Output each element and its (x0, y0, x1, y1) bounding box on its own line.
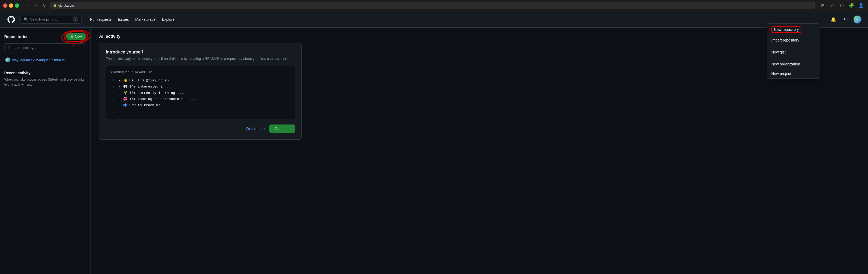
browser-right-icons: ⊞ ☆ ⬡ 🧩 👤 (819, 2, 865, 9)
code-line-1: 1 - 👋 Hi, I'm @xiayunquan (110, 77, 290, 83)
nav-explore[interactable]: Explore (160, 16, 177, 23)
search-icon: 🔍 (24, 17, 28, 21)
code-line-5: 5 - 📫 How to reach me ... (110, 102, 290, 108)
create-menu-button[interactable]: + ▾ (841, 15, 850, 24)
address-bar[interactable]: 🔒 github.com (50, 2, 815, 9)
continue-button[interactable]: Continue (269, 125, 295, 133)
recent-activity-text: When you take actions across GitHub, we'… (4, 77, 86, 87)
dropdown-new-organization[interactable]: New organization (767, 59, 820, 69)
search-shortcut: / (73, 16, 78, 22)
code-line-6: 6 (110, 108, 290, 115)
search-bar[interactable]: 🔍 Search or jump to... / (20, 15, 82, 24)
new-gist-label: New gist (771, 50, 786, 54)
import-repository-label: Import repository (771, 38, 799, 42)
maximize-btn[interactable]: + (15, 3, 19, 8)
dropdown-new-gist[interactable]: New gist (767, 47, 820, 57)
lock-icon: 🔒 (53, 4, 57, 7)
repo-icon: ⊞ (70, 35, 73, 39)
repositories-label: Repositories (4, 34, 29, 39)
new-repository-label: New repository (771, 26, 801, 33)
code-line-2: 2 - 👀 I'm interested in ... (110, 83, 290, 90)
repo-avatar: x (5, 58, 10, 62)
activity-header: All activity (99, 34, 860, 39)
recent-activity-title: Recent activity (4, 71, 86, 75)
browser-chrome: × − + ← → ↻ 🔒 github.com ⊞ ☆ ⬡ 🧩 👤 (0, 0, 868, 11)
main-content: All activity Introduce yourself The easi… (91, 28, 868, 274)
notifications-button[interactable]: 🔔 (829, 15, 838, 24)
window-controls: × − + (3, 3, 19, 8)
dropdown-import-repository[interactable]: Import repository (767, 35, 820, 45)
nav-issues[interactable]: Issues (116, 16, 131, 23)
new-button-label: New (75, 35, 82, 39)
browser-nav: ← → ↻ (24, 2, 48, 9)
plus-icon: + (843, 16, 846, 22)
github-logo[interactable] (6, 14, 16, 24)
line-num-3: 3 (110, 90, 115, 96)
repo-item[interactable]: x xiayunquan / xiayunquan.github.io (4, 55, 86, 64)
line-content-1: - 👋 Hi, I'm @xiayunquan (119, 77, 169, 83)
dropdown-new-project[interactable]: New project (767, 69, 820, 78)
line-num-5: 5 (110, 102, 115, 108)
extensions-icon[interactable]: ⬡ (838, 2, 846, 9)
main-layout: Repositories ⊞ New x xiayunquan / xiayun… (0, 28, 868, 274)
back-button[interactable]: ← (24, 2, 31, 9)
repo-full-name: xiayunquan / xiayunquan.github.io (12, 58, 65, 62)
nav-pull-requests[interactable]: Pull requests (88, 16, 114, 23)
line-num-2: 2 (110, 83, 115, 90)
close-btn[interactable]: × (3, 3, 7, 8)
code-line-3: 3 - 🌱 I'm currently learning ... (110, 90, 290, 96)
line-content-5: - 📫 How to reach me ... (119, 102, 169, 108)
new-button-wrapper: ⊞ New (66, 33, 86, 40)
main-nav: Pull requests Issues Marketplace Explore (88, 16, 177, 23)
line-num-6: 6 (110, 108, 115, 115)
sidebar: Repositories ⊞ New x xiayunquan / xiayun… (0, 28, 91, 274)
card-actions: Dismiss this Continue (106, 125, 295, 133)
code-editor: xiayunquan / README.md 1 - 👋 Hi, I'm @xi… (106, 66, 295, 119)
line-num-4: 4 (110, 96, 115, 102)
new-repository-button[interactable]: ⊞ New (66, 33, 86, 40)
line-content-3: - 🌱 I'm currently learning ... (119, 90, 183, 96)
search-placeholder: Search or jump to... (30, 17, 60, 21)
line-content-4: - 💞️ I'm looking to collaborate on ... (119, 96, 198, 102)
header-right: 🔔 + ▾ x (829, 15, 862, 24)
find-repository-input[interactable] (4, 43, 86, 52)
dismiss-button[interactable]: Dismiss this (246, 127, 266, 131)
reload-button[interactable]: ↻ (40, 2, 48, 9)
dropdown-divider (767, 46, 820, 46)
nav-marketplace[interactable]: Marketplace (133, 16, 157, 23)
user-avatar[interactable]: x (853, 15, 862, 24)
introduce-desc: The easiest way to introduce yourself on… (106, 56, 295, 62)
github-header: 🔍 Search or jump to... / Pull requests I… (0, 11, 868, 28)
introduce-title: Introduce yourself (106, 50, 295, 55)
dropdown-divider-2 (767, 58, 820, 58)
line-content-2: - 👀 I'm interested in ... (119, 83, 173, 90)
puzzle-icon[interactable]: 🧩 (848, 2, 855, 9)
repositories-section-title: Repositories ⊞ New (4, 33, 86, 40)
forward-button[interactable]: → (32, 2, 39, 9)
new-project-label: New project (771, 72, 791, 76)
bookmark-icon[interactable]: ☆ (829, 2, 836, 9)
new-organization-label: New organization (771, 62, 800, 66)
create-dropdown-menu: New repository Import repository New gis… (767, 24, 820, 79)
dropdown-new-repository[interactable]: New repository (767, 24, 820, 35)
minimize-btn[interactable]: − (9, 3, 13, 8)
introduce-card: Introduce yourself The easiest way to in… (99, 43, 302, 140)
code-line-4: 4 - 💞️ I'm looking to collaborate on ... (110, 96, 290, 102)
chevron-down-icon: ▾ (846, 18, 848, 21)
profile-icon[interactable]: 👤 (857, 2, 865, 9)
url-text: github.com (58, 4, 74, 7)
code-file-path: xiayunquan / README.md (110, 70, 290, 74)
translate-icon[interactable]: ⊞ (819, 2, 827, 9)
line-num-1: 1 (110, 77, 115, 83)
recent-activity-section: Recent activity When you take actions ac… (4, 71, 86, 87)
